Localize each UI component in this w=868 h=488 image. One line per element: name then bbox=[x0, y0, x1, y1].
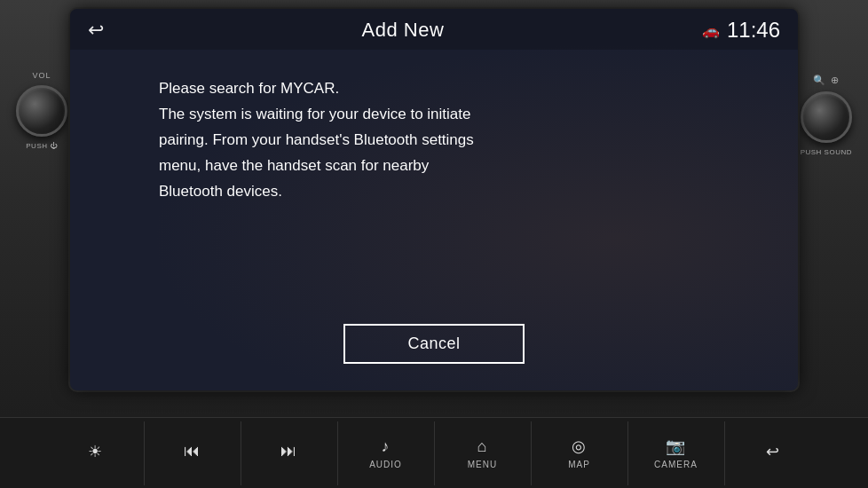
right-icons: 🔍 ⊕ bbox=[813, 75, 839, 86]
bottom-button-bar: ☀ ⏮ ⏭ ♪ AUDIO ⌂ MENU ◎ MAP 📷 CAMERA ↩ bbox=[0, 417, 868, 488]
brightness-icon: ☀ bbox=[88, 442, 103, 461]
pairing-message: Please search for MYCAR. The system is w… bbox=[159, 76, 709, 204]
vol-knob-area: VOL PUSH ⏻ bbox=[16, 71, 67, 150]
header-right: 🚗 11:46 bbox=[702, 18, 780, 43]
message-line4: menu, have the handset scan for nearby bbox=[159, 157, 429, 174]
vol-knob[interactable] bbox=[16, 85, 67, 137]
screen-title: Add New bbox=[362, 19, 445, 42]
prev-track-button[interactable]: ⏮ bbox=[144, 421, 241, 485]
map-icon: ◎ bbox=[572, 437, 587, 456]
infotainment-screen: ↩ Add New 🚗 11:46 Please search for MYCA… bbox=[70, 9, 798, 390]
back-nav-button[interactable]: ↩ bbox=[724, 421, 822, 485]
camera-icon: 📷 bbox=[666, 437, 686, 456]
push-sound-label: PUSH SOUND bbox=[801, 148, 852, 156]
push-power-label: PUSH ⏻ bbox=[26, 142, 57, 150]
menu-label: MENU bbox=[468, 460, 497, 469]
camera-label: CAMERA bbox=[654, 460, 698, 469]
sound-knob[interactable] bbox=[801, 91, 852, 143]
back-nav-icon: ↩ bbox=[766, 442, 780, 461]
camera-button[interactable]: 📷 CAMERA bbox=[627, 421, 725, 485]
next-track-icon: ⏭ bbox=[280, 442, 297, 460]
audio-label: AUDIO bbox=[369, 460, 402, 469]
brightness-button[interactable]: ☀ bbox=[47, 421, 145, 485]
message-line3: pairing. From your handset's Bluetooth s… bbox=[159, 131, 474, 148]
prev-track-icon: ⏮ bbox=[184, 442, 201, 460]
message-line1: Please search for MYCAR. bbox=[159, 80, 339, 97]
next-track-button[interactable]: ⏭ bbox=[241, 421, 338, 485]
car-surround: VOL PUSH ⏻ 🔍 ⊕ PUSH SOUND ↩ Add New 🚗 11… bbox=[0, 0, 868, 488]
back-button[interactable]: ↩ bbox=[88, 19, 104, 42]
zoom-icon: ⊕ bbox=[831, 75, 839, 86]
cancel-button[interactable]: Cancel bbox=[343, 324, 524, 364]
audio-button[interactable]: ♪ AUDIO bbox=[337, 421, 435, 485]
message-line2: The system is waiting for your device to… bbox=[159, 106, 470, 122]
map-button[interactable]: ◎ MAP bbox=[531, 421, 628, 485]
screen-content: Please search for MYCAR. The system is w… bbox=[70, 50, 798, 390]
car-status-icon: 🚗 bbox=[702, 22, 720, 39]
audio-icon: ♪ bbox=[382, 437, 391, 456]
home-icon: ⌂ bbox=[477, 437, 488, 456]
screen-header: ↩ Add New 🚗 11:46 bbox=[70, 9, 798, 50]
sound-knob-area: 🔍 ⊕ PUSH SOUND bbox=[801, 71, 852, 156]
clock: 11:46 bbox=[727, 18, 780, 43]
vol-label: VOL bbox=[32, 71, 51, 80]
message-line5: Bluetooth devices. bbox=[159, 183, 282, 200]
map-label: MAP bbox=[568, 460, 590, 469]
search-icon: 🔍 bbox=[813, 75, 825, 86]
menu-button[interactable]: ⌂ MENU bbox=[434, 421, 532, 485]
